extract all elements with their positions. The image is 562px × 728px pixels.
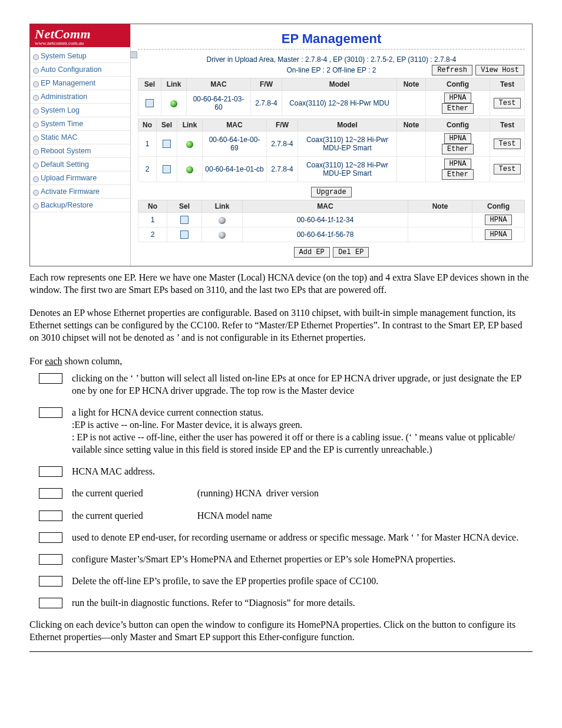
- link-led-icon: [170, 100, 177, 107]
- table-row: 1 00-60-64-1e-00-69 2.7.8-4 Coax(3110) 1…: [138, 131, 525, 157]
- fw-key-icon: [39, 488, 62, 499]
- col-note: Note: [408, 200, 472, 213]
- link-led-icon: [219, 217, 226, 224]
- sidebar: NetComm www.netcomm.com.au System Setup …: [30, 24, 131, 266]
- cell-no: 2: [138, 157, 157, 182]
- cell-fw: 2.7.8-4: [267, 157, 298, 182]
- cell-mac: 00-60-64-1e-00-69: [203, 131, 267, 157]
- col-link: Link: [202, 200, 243, 213]
- nav-item[interactable]: System Log: [30, 104, 130, 117]
- nav-item[interactable]: Default Setting: [30, 158, 130, 172]
- cell-fw: 2.7.8-4: [251, 91, 282, 116]
- column-definitions: clicking on the ‘ ’ button will select a…: [29, 372, 533, 609]
- cell-no: 1: [138, 131, 157, 157]
- nav-list: System Setup Auto Configuration EP Manag…: [30, 50, 130, 212]
- select-checkbox[interactable]: [180, 216, 189, 224]
- link-led-icon: [186, 141, 193, 148]
- brand-name: NetComm: [35, 27, 91, 41]
- cell-model: Coax(3110) 12~28 Hi-Pwr MDU-EP Smart: [298, 157, 397, 182]
- col-sel: Sel: [167, 200, 202, 213]
- hpna-button[interactable]: HPNA: [444, 133, 472, 144]
- cell-mac: 00-60-64-1f-56-78: [243, 228, 408, 242]
- paragraph: Each row represents one EP. Here we have…: [29, 271, 533, 296]
- hpna-button[interactable]: HPNA: [485, 215, 513, 225]
- cell-model: Coax(3110) 12~28 Hi-Pwr MDU: [282, 91, 397, 116]
- cell-note: [397, 91, 426, 116]
- nav-item[interactable]: Static MAC: [30, 131, 130, 144]
- hpna-button[interactable]: HPNA: [444, 93, 472, 103]
- select-checkbox[interactable]: [180, 230, 189, 239]
- col-note: Note: [397, 119, 426, 131]
- test-button[interactable]: Test: [494, 164, 521, 174]
- driver-info-line: Driver in Upload Area, Master : 2.7.8-4 …: [138, 55, 525, 64]
- definition-fw: the current queried (running) HCNA drive…: [72, 487, 533, 499]
- definition-del: Delete the off-line EP’s profile, to sav…: [72, 575, 533, 587]
- brand-url: www.netcomm.com.au: [35, 41, 125, 46]
- cell-mac: 00-60-64-1e-01-cb: [203, 157, 267, 182]
- test-button[interactable]: Test: [494, 98, 521, 108]
- col-config: Config: [426, 78, 490, 91]
- sel-key-icon: [39, 373, 62, 384]
- master-ep-table: Sel Link MAC F/W Model Note Config Test …: [138, 78, 525, 116]
- refresh-button[interactable]: Refresh: [432, 65, 472, 75]
- cell-mac: 00-60-64-21-03-60: [187, 91, 251, 116]
- col-no: No: [138, 119, 157, 131]
- cell-note: [408, 228, 472, 242]
- online-ep-table: No Sel Link MAC F/W Model Note Config Te…: [138, 118, 525, 182]
- view-host-button[interactable]: View Host: [475, 65, 524, 75]
- col-sel: Sel: [157, 119, 177, 131]
- col-no: No: [138, 200, 167, 213]
- add-ep-button[interactable]: Add EP: [294, 247, 330, 258]
- cell-note: [397, 131, 426, 157]
- upgrade-button[interactable]: Upgrade: [311, 187, 351, 197]
- col-model: Model: [298, 119, 397, 131]
- col-config: Config: [426, 119, 490, 131]
- ether-button[interactable]: Ether: [442, 103, 474, 114]
- nav-item[interactable]: Reboot System: [30, 144, 130, 158]
- col-note: Note: [397, 78, 426, 91]
- definition-sel: clicking on the ‘ ’ button will select a…: [72, 372, 533, 397]
- document-body: Each row represents one EP. Here we have…: [29, 271, 533, 643]
- ep-count-line: On-line EP : 2 Off-line EP : 2 Refresh V…: [138, 66, 525, 74]
- brand-logo: NetComm www.netcomm.com.au: [30, 24, 130, 47]
- nav-item[interactable]: Administration: [30, 90, 130, 104]
- cell-note: [397, 157, 426, 182]
- nav-item[interactable]: Upload Firmware: [30, 172, 130, 185]
- cell-note: [408, 213, 472, 228]
- config-key-icon: [39, 554, 62, 565]
- col-config: Config: [472, 200, 525, 213]
- select-checkbox[interactable]: [146, 99, 154, 107]
- col-fw: F/W: [251, 78, 282, 91]
- page-title: EP Management: [138, 31, 525, 50]
- nav-item[interactable]: EP Management: [30, 77, 130, 90]
- nav-item[interactable]: System Time: [30, 117, 130, 131]
- tail-paragraph: Clicking on each device’s button can ope…: [29, 618, 533, 643]
- col-test: Test: [490, 119, 525, 131]
- ether-button[interactable]: Ether: [442, 144, 474, 154]
- paragraph: Denotes an EP whose Ethernet properties …: [29, 307, 533, 344]
- hpna-button[interactable]: HPNA: [444, 159, 472, 169]
- del-ep-button[interactable]: Del EP: [333, 247, 369, 258]
- col-sel: Sel: [138, 78, 161, 91]
- hpna-button[interactable]: HPNA: [485, 229, 513, 240]
- note-key-icon: [39, 532, 62, 543]
- link-led-icon: [186, 166, 193, 173]
- table-row: 1 00-60-64-1f-12-34 HPNA: [138, 213, 525, 228]
- table-row: 00-60-64-21-03-60 2.7.8-4 Coax(3110) 12~…: [138, 91, 525, 116]
- nav-item[interactable]: Activate Firmware: [30, 185, 130, 199]
- select-checkbox[interactable]: [163, 140, 171, 148]
- test-button[interactable]: Test: [494, 139, 521, 149]
- ether-button[interactable]: Ether: [442, 169, 474, 180]
- definition-config: configure Master’s/Smart EP’s HomePNA an…: [72, 553, 533, 565]
- nav-item[interactable]: System Setup: [30, 50, 130, 63]
- ep-count-text: On-line EP : 2 Off-line EP : 2: [286, 66, 376, 74]
- cell-mac: 00-60-64-1f-12-34: [243, 213, 408, 228]
- app-screenshot: NetComm www.netcomm.com.au System Setup …: [29, 24, 533, 266]
- link-led-icon: [219, 232, 226, 239]
- del-key-icon: [39, 576, 62, 587]
- nav-item[interactable]: Auto Configuration: [30, 63, 130, 77]
- select-checkbox[interactable]: [163, 165, 171, 173]
- link-key-icon: [39, 407, 62, 418]
- nav-item[interactable]: Backup/Restore: [30, 199, 130, 212]
- cell-no: 2: [138, 228, 167, 242]
